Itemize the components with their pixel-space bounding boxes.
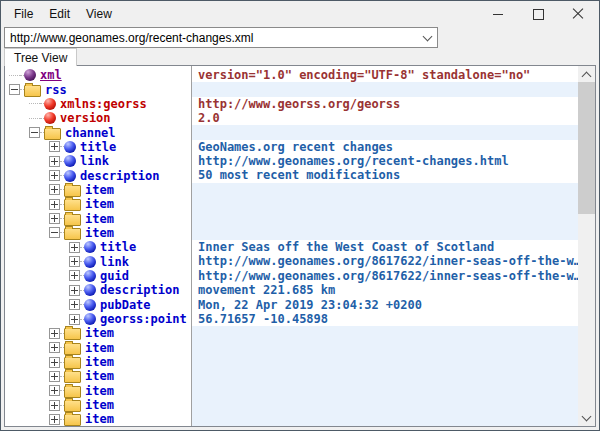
tab-tree-view[interactable]: Tree View — [4, 48, 77, 66]
value-row[interactable]: 56.71657 -10.45898 — [192, 312, 578, 326]
folder-icon — [64, 185, 81, 197]
scroll-down-button[interactable] — [578, 409, 595, 426]
element-icon — [64, 170, 76, 182]
close-button[interactable] — [558, 2, 598, 26]
tree-row[interactable]: item — [5, 183, 191, 197]
tree-row[interactable]: item — [5, 412, 191, 426]
scroll-up-button[interactable] — [578, 66, 595, 83]
menu-file[interactable]: File — [6, 4, 41, 24]
expander-plus-icon[interactable] — [49, 141, 60, 152]
node-label: item — [85, 212, 114, 226]
tree-row[interactable]: description — [5, 283, 191, 297]
value-row[interactable] — [192, 125, 578, 139]
tree-row[interactable]: item — [5, 398, 191, 412]
expander-plus-icon[interactable] — [49, 170, 60, 181]
value-row[interactable]: movement 221.685 km — [192, 283, 578, 297]
value-row[interactable]: version="1.0" encoding="UTF-8" standalon… — [192, 68, 578, 82]
tree-row[interactable]: guid — [5, 269, 191, 283]
expander-plus-icon[interactable] — [69, 242, 80, 253]
expander-plus-icon[interactable] — [49, 184, 60, 195]
tree-row[interactable]: xmlns:georss — [5, 97, 191, 111]
tree-row[interactable]: pubDate — [5, 298, 191, 312]
tree-row[interactable]: item — [5, 211, 191, 225]
expander-plus-icon[interactable] — [49, 357, 60, 368]
node-value: GeoNames.org recent changes — [198, 140, 393, 154]
value-row[interactable] — [192, 355, 578, 369]
value-row[interactable]: 2.0 — [192, 111, 578, 125]
tree-row[interactable]: title — [5, 140, 191, 154]
tree-row[interactable]: item — [5, 384, 191, 398]
node-label: description — [80, 169, 159, 183]
value-pane: version="1.0" encoding="UTF-8" standalon… — [192, 66, 578, 426]
value-row[interactable]: Inner Seas off the West Coast of Scotlan… — [192, 240, 578, 254]
value-row[interactable]: GeoNames.org recent changes — [192, 140, 578, 154]
value-row[interactable]: http://www.geonames.org/8617622/inner-se… — [192, 254, 578, 268]
tree-row[interactable]: item — [5, 369, 191, 383]
value-row[interactable] — [192, 82, 578, 96]
tree-row[interactable]: item — [5, 197, 191, 211]
value-row[interactable] — [192, 384, 578, 398]
expander-plus-icon[interactable] — [69, 299, 80, 310]
tree-row[interactable]: item — [5, 226, 191, 240]
tree-row[interactable]: item — [5, 326, 191, 340]
expander-plus-icon[interactable] — [49, 199, 60, 210]
tree-row[interactable]: georss:point — [5, 312, 191, 326]
tree-row[interactable]: link — [5, 254, 191, 268]
value-row[interactable] — [192, 412, 578, 426]
tree-row[interactable]: description — [5, 168, 191, 182]
tree-row[interactable]: link — [5, 154, 191, 168]
node-label: pubDate — [100, 298, 151, 312]
tree-row[interactable]: item — [5, 355, 191, 369]
expander-plus-icon[interactable] — [49, 328, 60, 339]
value-row[interactable]: http://www.geonames.org/8617622/inner-se… — [192, 269, 578, 283]
expander-plus-icon[interactable] — [49, 213, 60, 224]
expander-minus-icon[interactable] — [29, 127, 40, 138]
expander-plus-icon[interactable] — [49, 400, 60, 411]
expander-plus-icon[interactable] — [49, 385, 60, 396]
expander-minus-icon[interactable] — [9, 84, 20, 95]
tree-pane: xmlrssxmlns:georssversionchanneltitlelin… — [5, 66, 192, 426]
vertical-scrollbar[interactable] — [578, 66, 595, 426]
tree-row[interactable]: version — [5, 111, 191, 125]
value-row[interactable] — [192, 369, 578, 383]
menu-edit[interactable]: Edit — [41, 4, 78, 24]
expander-minus-icon[interactable] — [49, 227, 60, 238]
menu-view[interactable]: View — [78, 4, 120, 24]
value-row[interactable]: Mon, 22 Apr 2019 23:04:32 +0200 — [192, 298, 578, 312]
value-row[interactable] — [192, 226, 578, 240]
value-row[interactable] — [192, 326, 578, 340]
element-icon — [64, 155, 76, 167]
tree-row[interactable]: item — [5, 341, 191, 355]
tree-connector — [29, 103, 40, 104]
expander-plus-icon[interactable] — [69, 314, 80, 325]
url-input[interactable] — [5, 31, 417, 45]
expander-plus-icon[interactable] — [69, 270, 80, 281]
tree-row[interactable]: title — [5, 240, 191, 254]
value-row[interactable] — [192, 183, 578, 197]
expander-plus-icon[interactable] — [49, 156, 60, 167]
value-row[interactable]: http://www.georss.org/georss — [192, 97, 578, 111]
value-row[interactable] — [192, 398, 578, 412]
value-row[interactable] — [192, 211, 578, 225]
value-row[interactable] — [192, 341, 578, 355]
folder-icon — [64, 199, 81, 211]
tree-row[interactable]: channel — [5, 125, 191, 139]
attribute-icon — [44, 98, 56, 110]
minimize-button[interactable] — [478, 2, 518, 26]
combo-dropdown-button[interactable] — [417, 28, 437, 47]
value-row[interactable]: 50 most recent modifications — [192, 168, 578, 182]
expander-plus-icon[interactable] — [69, 256, 80, 267]
tree-row[interactable]: rss — [5, 82, 191, 96]
tree-row[interactable]: xml — [5, 68, 191, 82]
maximize-button[interactable] — [518, 2, 558, 26]
value-row[interactable]: http://www.geonames.org/recent-changes.h… — [192, 154, 578, 168]
node-label: xml — [40, 68, 62, 82]
expander-plus-icon[interactable] — [49, 342, 60, 353]
node-label: title — [80, 140, 116, 154]
expander-plus-icon[interactable] — [49, 371, 60, 382]
xml-view-split: xmlrssxmlns:georssversionchanneltitlelin… — [4, 65, 596, 427]
scrollbar-thumb[interactable] — [578, 82, 595, 214]
expander-plus-icon[interactable] — [69, 285, 80, 296]
expander-plus-icon[interactable] — [49, 414, 60, 425]
value-row[interactable] — [192, 197, 578, 211]
